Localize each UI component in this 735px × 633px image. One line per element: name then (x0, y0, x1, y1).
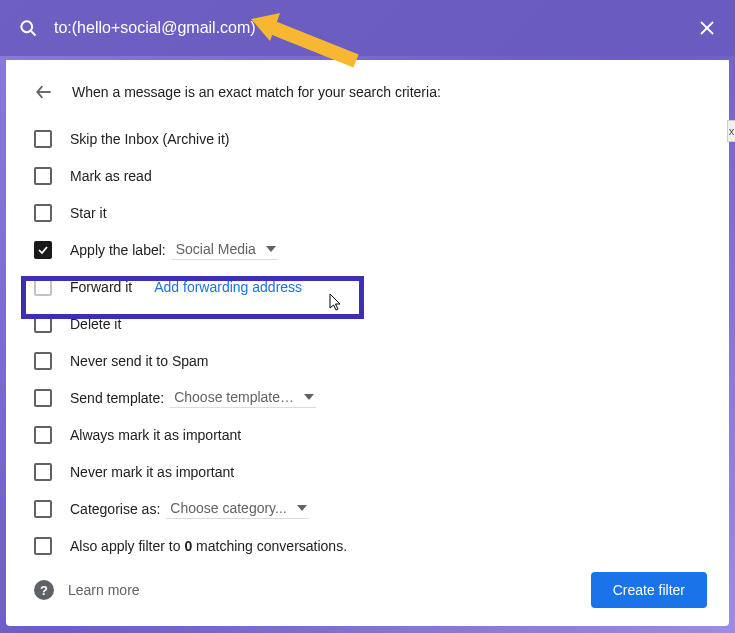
help-icon: ? (34, 580, 54, 600)
label-forward-it: Forward it (70, 279, 132, 295)
also-apply-prefix: Also apply filter to (70, 538, 184, 554)
search-input[interactable]: to:(hello+social@gmail.com) (54, 19, 695, 37)
label-never-important: Never mark it as important (70, 464, 234, 480)
caret-down-icon (297, 503, 307, 513)
option-apply-label: Apply the label: Social Media (34, 231, 729, 268)
svg-marker-7 (297, 505, 307, 511)
option-send-template: Send template: Choose template… (34, 379, 729, 416)
checkbox-mark-read[interactable] (34, 167, 52, 185)
label-apply-label: Apply the label: Social Media (70, 239, 278, 260)
apply-label-dropdown[interactable]: Social Media (172, 239, 278, 260)
apply-label-prefix: Apply the label: (70, 242, 166, 258)
checkbox-never-important[interactable] (34, 463, 52, 481)
apply-label-value: Social Media (176, 241, 256, 257)
checkbox-forward-it[interactable] (34, 278, 52, 296)
caret-down-icon (266, 244, 276, 254)
label-mark-read: Mark as read (70, 168, 152, 184)
learn-more-label: Learn more (68, 582, 140, 598)
back-arrow-icon[interactable] (34, 82, 54, 102)
option-always-important: Always mark it as important (34, 416, 729, 453)
options-list: Skip the Inbox (Archive it) Mark as read… (6, 120, 729, 564)
checkbox-apply-label[interactable] (34, 241, 52, 259)
send-template-value: Choose template… (174, 389, 294, 405)
checkbox-never-spam[interactable] (34, 352, 52, 370)
side-fragment: x (727, 120, 735, 142)
label-skip-inbox: Skip the Inbox (Archive it) (70, 131, 230, 147)
option-mark-read: Mark as read (34, 157, 729, 194)
checkbox-skip-inbox[interactable] (34, 130, 52, 148)
option-star-it: Star it (34, 194, 729, 231)
svg-marker-6 (304, 394, 314, 400)
checkbox-delete-it[interactable] (34, 315, 52, 333)
option-never-important: Never mark it as important (34, 453, 729, 490)
checkbox-send-template[interactable] (34, 389, 52, 407)
close-icon[interactable] (695, 16, 719, 40)
option-never-spam: Never send it to Spam (34, 342, 729, 379)
categorise-value: Choose category... (170, 500, 286, 516)
categorise-prefix: Categorise as: (70, 501, 160, 517)
caret-down-icon (304, 392, 314, 402)
add-forwarding-link[interactable]: Add forwarding address (154, 279, 302, 295)
checkbox-star-it[interactable] (34, 204, 52, 222)
panel-header: When a message is an exact match for you… (6, 60, 729, 120)
option-forward-it: Forward it Add forwarding address (34, 268, 729, 305)
label-always-important: Always mark it as important (70, 427, 241, 443)
filter-panel: When a message is an exact match for you… (6, 60, 729, 626)
option-also-apply: Also apply filter to 0 matching conversa… (34, 527, 729, 564)
svg-point-0 (21, 21, 32, 32)
send-template-prefix: Send template: (70, 390, 164, 406)
also-apply-suffix: matching conversations. (192, 538, 347, 554)
search-icon[interactable] (16, 16, 40, 40)
label-categorise: Categorise as: Choose category... (70, 498, 309, 519)
panel-title: When a message is an exact match for you… (72, 84, 441, 100)
checkbox-always-important[interactable] (34, 426, 52, 444)
label-also-apply: Also apply filter to 0 matching conversa… (70, 538, 347, 554)
checkbox-categorise[interactable] (34, 500, 52, 518)
label-delete-it: Delete it (70, 316, 121, 332)
label-star-it: Star it (70, 205, 107, 221)
label-never-spam: Never send it to Spam (70, 353, 209, 369)
create-filter-button[interactable]: Create filter (591, 572, 707, 608)
option-skip-inbox: Skip the Inbox (Archive it) (34, 120, 729, 157)
categorise-dropdown[interactable]: Choose category... (166, 498, 308, 519)
checkbox-also-apply[interactable] (34, 537, 52, 555)
svg-marker-5 (266, 246, 276, 252)
panel-footer: ? Learn more Create filter (34, 572, 707, 608)
learn-more-link[interactable]: ? Learn more (34, 580, 140, 600)
option-delete-it: Delete it (34, 305, 729, 342)
svg-line-1 (31, 31, 36, 36)
label-send-template: Send template: Choose template… (70, 387, 316, 408)
option-categorise: Categorise as: Choose category... (34, 490, 729, 527)
send-template-dropdown[interactable]: Choose template… (170, 387, 316, 408)
search-bar: to:(hello+social@gmail.com) (0, 0, 735, 56)
